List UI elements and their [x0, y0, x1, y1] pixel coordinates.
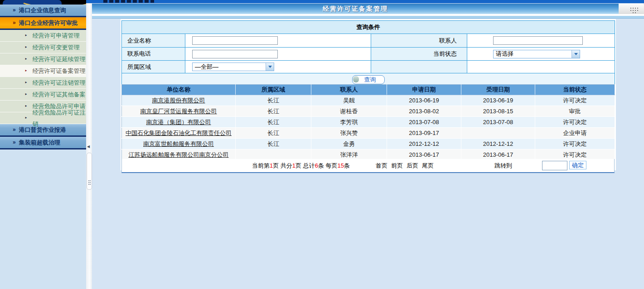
- status-cell: 许可决定: [535, 149, 615, 160]
- top-strip: [0, 0, 644, 3]
- confirm-button[interactable]: 确定: [569, 161, 586, 169]
- scrollbar-thumb[interactable]: [87, 153, 92, 190]
- region-cell: [236, 149, 311, 160]
- menu-item-label: 经营许可申请管理: [33, 30, 80, 41]
- records-table-header-row: 单位名称所属区域联系人申请日期受理日期当前状态: [122, 85, 615, 95]
- contact-cell: 谢桂香: [311, 106, 387, 117]
- company-link[interactable]: 南京富世船舶服务有限公司: [143, 140, 214, 147]
- status-cell: 审批: [535, 106, 615, 117]
- sidebar-item-经营许可证备案管理[interactable]: ‣经营许可证备案管理: [0, 65, 86, 77]
- sidebar-menu: »港口企业信息查询»港口企业经营许可审批‣经营许可申请管理‣经营许可变更管理‣经…: [0, 5, 86, 149]
- pager-link-首页[interactable]: 首页: [376, 162, 387, 169]
- records-table: 单位名称所属区域联系人申请日期受理日期当前状态 南京港股份有限公司长江吴靓201…: [121, 84, 615, 160]
- company-name-label: 企业名称: [122, 34, 185, 48]
- accept-date-cell: 2012-12-12: [461, 139, 535, 149]
- menu-item-label: 经营许可证其他备案: [33, 89, 86, 100]
- accept-date-cell: 2013-08-15: [461, 106, 535, 117]
- sidebar-item-经营许可证注销管理[interactable]: ‣经营许可证注销管理: [0, 77, 86, 89]
- menu-item-label: 集装箱超载治理: [19, 137, 60, 148]
- pager-link-尾页[interactable]: 尾页: [422, 162, 434, 169]
- menu-item-label: 经营许可变更管理: [33, 42, 80, 53]
- arrow-bullet-icon: ‣: [24, 42, 28, 53]
- menu-item-label: 经营许可证注销管理: [33, 77, 86, 88]
- table-row: 江苏扬远船舶服务有限公司南京分公司张洋洋2013-06-172013-06-17…: [122, 149, 615, 160]
- table-row: 南京港股份有限公司长江吴靓2013-06-192013-06-19许可决定: [122, 95, 615, 106]
- company-link[interactable]: 南京皇厂河货运服务有限公司: [140, 108, 217, 115]
- app-window: »港口企业信息查询»港口企业经营许可审批‣经营许可申请管理‣经营许可变更管理‣经…: [0, 0, 644, 289]
- contact-cell: 张兴赞: [311, 128, 387, 139]
- records-table-body: 南京港股份有限公司长江吴靓2013-06-192013-06-19许可决定南京皇…: [122, 95, 615, 160]
- clipped-header-text-decoration: [103, 0, 154, 3]
- sidebar-top-decoration: [0, 0, 86, 5]
- company-cell: 南京富世船舶服务有限公司: [122, 139, 236, 149]
- column-header: 受理日期: [461, 85, 535, 95]
- sidebar-item-经营危险品许可证注销[interactable]: ‣经营危险品许可证注销: [0, 112, 86, 124]
- pagination-text: 页: [295, 162, 303, 169]
- company-name-input[interactable]: [192, 36, 278, 45]
- sidebar-item-经营许可变更管理[interactable]: ‣经营许可变更管理: [0, 42, 86, 53]
- phone-label: 联系电话: [122, 48, 185, 61]
- sidebar-item-经营许可证延续管理[interactable]: ‣经营许可证延续管理: [0, 53, 86, 65]
- sidebar-item-经营许可申请管理[interactable]: ‣经营许可申请管理: [0, 30, 86, 42]
- arrow-bullet-icon: ‣: [24, 89, 28, 100]
- phone-input[interactable]: [192, 50, 278, 58]
- status-cell: 企业申请: [535, 128, 615, 139]
- region-select-value: —全部—: [195, 63, 218, 71]
- arrow-bullet-icon: ‣: [24, 30, 28, 41]
- menu-item-label: 港口企业信息查询: [19, 5, 66, 16]
- jump-to-label: 跳转到: [494, 159, 512, 172]
- sidebar-group-集装箱超载治理[interactable]: »集装箱超载治理: [0, 137, 86, 149]
- jump-page-input[interactable]: [542, 161, 567, 170]
- apply-date-cell: 2012-12-12: [387, 139, 461, 149]
- sidebar-group-港口企业信息查询[interactable]: »港口企业信息查询: [0, 5, 86, 17]
- query-form-title: 查询条件: [122, 21, 615, 34]
- page-title-bar: 经营许可证备案管理: [92, 4, 619, 14]
- accept-date-cell: [461, 128, 535, 139]
- pagination-text: 页: [273, 162, 281, 169]
- apply-date-cell: 2013-09-17: [387, 128, 461, 139]
- collapse-arrow-icon[interactable]: ◀: [87, 144, 90, 149]
- company-cell: 南京港（集团）有限公司: [122, 117, 236, 128]
- double-arrow-icon: »: [13, 5, 15, 16]
- region-cell: 长江: [236, 117, 311, 128]
- region-cell: 长江: [236, 106, 311, 117]
- region-select[interactable]: —全部—: [192, 63, 274, 71]
- double-arrow-icon: »: [13, 124, 15, 135]
- contact-input[interactable]: [493, 36, 583, 45]
- region-cell: 长江: [236, 128, 311, 139]
- pagination-text: 总计: [303, 162, 315, 169]
- column-header: 当前状态: [535, 85, 615, 95]
- pager-link-前页[interactable]: 前页: [391, 162, 403, 169]
- menu-item-label: 港口企业经营许可审批: [19, 17, 78, 29]
- pagination-number: 6: [315, 162, 318, 169]
- contact-cell: 张洋洋: [311, 149, 387, 160]
- region-cell: —全部—: [185, 61, 371, 73]
- empty-input-cell: [467, 61, 615, 73]
- chevron-down-icon[interactable]: [266, 63, 274, 71]
- arrow-bullet-icon: ‣: [24, 112, 28, 124]
- company-link[interactable]: 南京港股份有限公司: [152, 97, 205, 104]
- company-link[interactable]: 南京港（集团）有限公司: [146, 119, 211, 125]
- apply-date-cell: 2013-06-17: [387, 149, 461, 160]
- company-cell: 中国石化集团金陵石油化工有限责任公司: [122, 128, 236, 139]
- status-select[interactable]: 请选择: [493, 50, 580, 58]
- sidebar-item-经营许可证其他备案[interactable]: ‣经营许可证其他备案: [0, 89, 86, 101]
- query-button[interactable]: 查询: [352, 75, 385, 84]
- pagination-text: 当前第: [252, 162, 270, 169]
- region-cell: 长江: [236, 139, 311, 149]
- query-form: 查询条件 企业名称 联系人 联系电话: [121, 20, 615, 86]
- column-header: 申请日期: [387, 85, 461, 95]
- company-name-cell: [185, 34, 371, 48]
- company-link[interactable]: 中国石化集团金陵石油化工有限责任公司: [126, 130, 232, 136]
- company-link[interactable]: 江苏扬远船舶服务有限公司南京分公司: [129, 151, 229, 158]
- chevron-down-icon[interactable]: [571, 50, 580, 58]
- region-label: 所属区域: [122, 61, 185, 73]
- pager-link-后页[interactable]: 后页: [407, 162, 418, 169]
- sidebar-splitter[interactable]: ◀: [86, 3, 92, 289]
- sidebar-group-港口企业经营许可审批[interactable]: »港口企业经营许可审批: [0, 17, 86, 30]
- arrow-bullet-icon: ‣: [24, 77, 28, 88]
- company-cell: 南京皇厂河货运服务有限公司: [122, 106, 236, 117]
- contact-cell: 吴靓: [311, 95, 387, 106]
- main-area: 经营许可证备案管理 查询条件 企业名称 联系人: [92, 3, 644, 289]
- contact-cell: [467, 34, 615, 48]
